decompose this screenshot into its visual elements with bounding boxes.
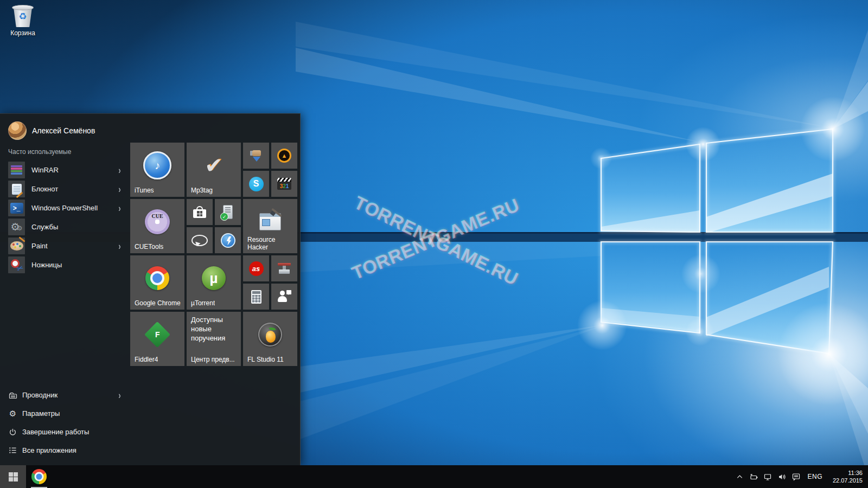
tile-windows-store[interactable]: [187, 199, 213, 225]
paint-palette-icon: [8, 237, 25, 254]
people-contact-icon: [277, 290, 291, 304]
chevron-right-icon[interactable]: ›: [118, 240, 121, 252]
calculator-icon: [251, 290, 261, 304]
media-player-classic-icon: 321: [277, 178, 291, 190]
tile-lastfm[interactable]: as: [243, 255, 269, 281]
recycle-glyph: ♻: [12, 11, 34, 22]
most-used-app-list: WinRAR › Блокнот › >_ Windows PowerShell…: [8, 162, 122, 273]
chrome-icon: [145, 266, 169, 290]
footer-item-all-apps[interactable]: Все приложения: [8, 442, 122, 458]
dc-plus-plus-hand-icon: [249, 149, 263, 163]
tile-calculator[interactable]: [243, 284, 269, 310]
chrome-icon: [31, 469, 47, 484]
user-name: Алексей Семёнов: [32, 126, 95, 135]
tile-people[interactable]: [271, 284, 297, 310]
tile-utorrent[interactable]: µ µTorrent: [187, 255, 241, 310]
network-icon[interactable]: [763, 472, 773, 481]
show-hidden-chevron-icon[interactable]: [735, 472, 744, 481]
snipping-tool-icon: ✂: [8, 256, 25, 273]
chevron-right-icon[interactable]: ›: [118, 183, 121, 195]
tile-fiddler4[interactable]: F Fiddler4: [130, 312, 184, 366]
notepad-icon: [8, 181, 25, 197]
windows-logo-icon: [9, 472, 18, 481]
tile-fl-studio[interactable]: FL Studio 11: [243, 312, 297, 366]
powershell-icon: >_: [8, 200, 25, 216]
tile-insider-hub[interactable]: Доступны новые поручения Центр предв...: [187, 312, 241, 366]
chevron-right-icon[interactable]: ›: [118, 164, 121, 176]
footer-item-shutdown[interactable]: Завершение работы: [8, 424, 122, 440]
clock[interactable]: 11:36 22.07.2015: [829, 469, 863, 484]
app-item-paint[interactable]: Paint ›: [8, 237, 122, 254]
tile-imgburn[interactable]: [271, 255, 297, 281]
tile-resource-hacker[interactable]: Resource Hacker: [243, 199, 297, 253]
tile-daemon-tools[interactable]: ▲: [271, 143, 297, 169]
cuetools-disc-icon: CUE: [145, 209, 170, 234]
mp3tag-check-icon: ✔: [205, 155, 223, 176]
file-explorer-icon: [8, 390, 17, 400]
utorrent-icon: µ: [202, 266, 226, 290]
app-item-snipping-tool[interactable]: ✂ Ножницы: [8, 256, 122, 273]
app-item-winrar[interactable]: WinRAR ›: [8, 162, 122, 178]
tray-date: 22.07.2015: [829, 477, 863, 484]
insider-hub-notification-text: Доступны новые поручения: [191, 315, 238, 343]
taskbar: ENG 11:36 22.07.2015: [0, 465, 868, 488]
taskbar-chrome-button[interactable]: [26, 465, 52, 488]
tile-media-player-classic[interactable]: 321: [271, 171, 297, 197]
all-apps-list-icon: [8, 446, 17, 455]
resource-hacker-icon: [259, 213, 281, 230]
windows-10-desktop: TORRENTGAME.RU TORRENTGAME.RU ♻ Корзина …: [0, 0, 868, 488]
footer-item-settings[interactable]: ⚙ Параметры: [8, 406, 122, 421]
user-avatar: [8, 121, 27, 140]
fl-studio-fruit-icon: [258, 323, 282, 346]
start-button[interactable]: [0, 465, 26, 488]
action-center-icon[interactable]: [792, 472, 801, 481]
app-item-services[interactable]: ⚙⚙ Службы: [8, 219, 122, 235]
chevron-right-icon[interactable]: ›: [118, 389, 121, 401]
settings-gear-icon: ⚙: [8, 409, 17, 418]
power-icon: [8, 427, 17, 436]
imgburn-icon: [278, 262, 291, 275]
recycle-bin-label: Корзина: [5, 29, 40, 37]
language-indicator[interactable]: ENG: [806, 473, 824, 480]
recycle-bin-desktop-icon[interactable]: ♻ Корзина: [5, 4, 40, 37]
itunes-icon: ♪: [143, 151, 171, 179]
recycle-bin-icon: ♻: [12, 4, 34, 28]
battery-plug-icon[interactable]: [749, 472, 758, 481]
speech-bubble-icon: [192, 235, 208, 246]
pc-green-check-icon: ✓: [223, 205, 233, 219]
daemon-tools-icon: ▲: [277, 149, 291, 163]
tray-time: 11:36: [829, 469, 863, 477]
tile-google-chrome[interactable]: Google Chrome: [130, 255, 184, 310]
services-gears-icon: ⚙⚙: [8, 219, 25, 235]
skype-icon: S: [249, 177, 264, 191]
system-tray: ENG 11:36 22.07.2015: [735, 469, 868, 484]
winrar-icon: [8, 162, 25, 178]
dap-lightning-icon: [221, 233, 235, 248]
tile-pc-green-check[interactable]: ✓: [215, 199, 241, 225]
start-tiles-grid: ♪ iTunes ✔ Mp3tag ▲ S 321: [130, 143, 297, 368]
tile-speech-bubble[interactable]: [187, 227, 213, 253]
fiddler-diamond-icon: F: [144, 322, 170, 348]
tile-mp3tag[interactable]: ✔ Mp3tag: [187, 143, 241, 197]
tile-dc-plus-plus[interactable]: [243, 143, 269, 169]
chevron-right-icon[interactable]: ›: [118, 202, 121, 214]
user-account-button[interactable]: Алексей Семёнов: [8, 121, 95, 140]
start-menu-footer: Проводник › ⚙ Параметры Завершение работ…: [8, 387, 122, 458]
tile-dap[interactable]: [215, 227, 241, 253]
windows-store-icon: [193, 206, 206, 218]
start-menu: Алексей Семёнов Часто используемые WinRA…: [0, 113, 301, 466]
footer-item-explorer[interactable]: Проводник ›: [8, 387, 122, 403]
app-item-notepad[interactable]: Блокнот ›: [8, 181, 122, 197]
app-item-powershell[interactable]: >_ Windows PowerShell ›: [8, 200, 122, 216]
most-used-section-label: Часто используемые: [8, 148, 71, 156]
volume-icon[interactable]: [777, 472, 787, 481]
tile-cuetools[interactable]: CUE CUETools: [130, 199, 184, 253]
tile-skype[interactable]: S: [243, 171, 269, 197]
tile-itunes[interactable]: ♪ iTunes: [130, 143, 184, 197]
lastfm-icon: as: [249, 261, 264, 276]
